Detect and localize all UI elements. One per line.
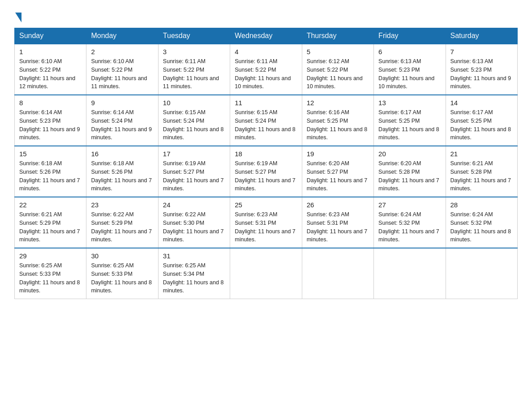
calendar-cell: 7 Sunrise: 6:13 AMSunset: 5:23 PMDayligh… [446,44,517,95]
day-info: Sunrise: 6:19 AMSunset: 5:27 PMDaylight:… [235,159,297,193]
header-wednesday: Wednesday [230,28,302,44]
calendar-cell: 14 Sunrise: 6:17 AMSunset: 5:25 PMDaylig… [446,95,517,146]
day-info: Sunrise: 6:13 AMSunset: 5:23 PMDaylight:… [378,57,441,91]
calendar-cell: 10 Sunrise: 6:15 AMSunset: 5:24 PMDaylig… [158,95,230,146]
day-number: 12 [307,99,369,107]
calendar-cell: 11 Sunrise: 6:15 AMSunset: 5:24 PMDaylig… [230,95,302,146]
day-number: 21 [450,150,513,158]
day-info: Sunrise: 6:11 AMSunset: 5:22 PMDaylight:… [235,57,297,91]
calendar-cell [302,248,373,299]
day-number: 1 [19,48,82,56]
day-info: Sunrise: 6:20 AMSunset: 5:27 PMDaylight:… [307,159,369,193]
calendar-cell: 23 Sunrise: 6:22 AMSunset: 5:29 PMDaylig… [86,197,158,248]
day-number: 30 [91,252,153,260]
day-info: Sunrise: 6:14 AMSunset: 5:24 PMDaylight:… [91,108,153,142]
calendar-cell: 8 Sunrise: 6:14 AMSunset: 5:23 PMDayligh… [15,95,86,146]
day-info: Sunrise: 6:17 AMSunset: 5:25 PMDaylight:… [378,108,441,142]
day-number: 11 [235,99,297,107]
day-number: 29 [19,252,82,260]
day-info: Sunrise: 6:20 AMSunset: 5:28 PMDaylight:… [378,159,441,193]
day-info: Sunrise: 6:25 AMSunset: 5:33 PMDaylight:… [91,261,153,295]
calendar-cell [374,248,446,299]
page-header [14,11,518,21]
calendar-cell: 13 Sunrise: 6:17 AMSunset: 5:25 PMDaylig… [374,95,446,146]
day-info: Sunrise: 6:18 AMSunset: 5:26 PMDaylight:… [19,159,82,193]
day-number: 7 [450,48,513,56]
day-number: 17 [163,150,225,158]
calendar-cell: 3 Sunrise: 6:11 AMSunset: 5:22 PMDayligh… [158,44,230,95]
day-info: Sunrise: 6:18 AMSunset: 5:26 PMDaylight:… [91,159,153,193]
day-number: 19 [307,150,369,158]
day-info: Sunrise: 6:15 AMSunset: 5:24 PMDaylight:… [235,108,297,142]
header-friday: Friday [374,28,446,44]
header-monday: Monday [86,28,158,44]
calendar-week-row: 22 Sunrise: 6:21 AMSunset: 5:29 PMDaylig… [15,197,518,248]
day-info: Sunrise: 6:10 AMSunset: 5:22 PMDaylight:… [91,57,153,91]
day-number: 13 [378,99,441,107]
day-info: Sunrise: 6:24 AMSunset: 5:32 PMDaylight:… [450,210,513,244]
header-thursday: Thursday [302,28,373,44]
day-info: Sunrise: 6:14 AMSunset: 5:23 PMDaylight:… [19,108,82,142]
day-info: Sunrise: 6:22 AMSunset: 5:30 PMDaylight:… [163,210,225,244]
header-saturday: Saturday [446,28,517,44]
calendar-cell: 21 Sunrise: 6:21 AMSunset: 5:28 PMDaylig… [446,146,517,197]
header-sunday: Sunday [15,28,86,44]
calendar-cell: 6 Sunrise: 6:13 AMSunset: 5:23 PMDayligh… [374,44,446,95]
day-info: Sunrise: 6:11 AMSunset: 5:22 PMDaylight:… [163,57,225,91]
calendar-cell: 16 Sunrise: 6:18 AMSunset: 5:26 PMDaylig… [86,146,158,197]
day-info: Sunrise: 6:21 AMSunset: 5:29 PMDaylight:… [19,210,82,244]
calendar-cell: 20 Sunrise: 6:20 AMSunset: 5:28 PMDaylig… [374,146,446,197]
calendar-week-row: 15 Sunrise: 6:18 AMSunset: 5:26 PMDaylig… [15,146,518,197]
day-number: 24 [163,201,225,209]
day-info: Sunrise: 6:19 AMSunset: 5:27 PMDaylight:… [163,159,225,193]
day-number: 15 [19,150,82,158]
day-number: 10 [163,99,225,107]
logo [14,11,21,21]
day-number: 28 [450,201,513,209]
calendar-cell: 4 Sunrise: 6:11 AMSunset: 5:22 PMDayligh… [230,44,302,95]
day-info: Sunrise: 6:25 AMSunset: 5:33 PMDaylight:… [19,261,82,295]
calendar-week-row: 8 Sunrise: 6:14 AMSunset: 5:23 PMDayligh… [15,95,518,146]
day-number: 31 [163,252,225,260]
day-number: 22 [19,201,82,209]
calendar-week-row: 29 Sunrise: 6:25 AMSunset: 5:33 PMDaylig… [15,248,518,299]
calendar-cell [230,248,302,299]
day-number: 23 [91,201,153,209]
day-info: Sunrise: 6:23 AMSunset: 5:31 PMDaylight:… [235,210,297,244]
day-info: Sunrise: 6:25 AMSunset: 5:34 PMDaylight:… [163,261,225,295]
day-number: 16 [91,150,153,158]
day-info: Sunrise: 6:22 AMSunset: 5:29 PMDaylight:… [91,210,153,244]
calendar-cell: 22 Sunrise: 6:21 AMSunset: 5:29 PMDaylig… [15,197,86,248]
calendar-cell: 26 Sunrise: 6:23 AMSunset: 5:31 PMDaylig… [302,197,373,248]
day-number: 25 [235,201,297,209]
day-info: Sunrise: 6:17 AMSunset: 5:25 PMDaylight:… [450,108,513,142]
calendar-cell: 19 Sunrise: 6:20 AMSunset: 5:27 PMDaylig… [302,146,373,197]
day-number: 27 [378,201,441,209]
day-info: Sunrise: 6:24 AMSunset: 5:32 PMDaylight:… [378,210,441,244]
calendar-cell: 18 Sunrise: 6:19 AMSunset: 5:27 PMDaylig… [230,146,302,197]
calendar-cell: 5 Sunrise: 6:12 AMSunset: 5:22 PMDayligh… [302,44,373,95]
calendar-cell: 31 Sunrise: 6:25 AMSunset: 5:34 PMDaylig… [158,248,230,299]
calendar-cell: 29 Sunrise: 6:25 AMSunset: 5:33 PMDaylig… [15,248,86,299]
calendar-table: SundayMondayTuesdayWednesdayThursdayFrid… [14,28,518,299]
header-tuesday: Tuesday [158,28,230,44]
day-number: 18 [235,150,297,158]
day-number: 3 [163,48,225,56]
day-number: 6 [378,48,441,56]
calendar-cell: 28 Sunrise: 6:24 AMSunset: 5:32 PMDaylig… [446,197,517,248]
calendar-header-row: SundayMondayTuesdayWednesdayThursdayFrid… [15,28,518,44]
calendar-cell [446,248,517,299]
calendar-cell: 1 Sunrise: 6:10 AMSunset: 5:22 PMDayligh… [15,44,86,95]
day-info: Sunrise: 6:16 AMSunset: 5:25 PMDaylight:… [307,108,369,142]
day-number: 5 [307,48,369,56]
day-number: 2 [91,48,153,56]
day-info: Sunrise: 6:12 AMSunset: 5:22 PMDaylight:… [307,57,369,91]
calendar-cell: 30 Sunrise: 6:25 AMSunset: 5:33 PMDaylig… [86,248,158,299]
calendar-cell: 25 Sunrise: 6:23 AMSunset: 5:31 PMDaylig… [230,197,302,248]
day-number: 20 [378,150,441,158]
calendar-cell: 27 Sunrise: 6:24 AMSunset: 5:32 PMDaylig… [374,197,446,248]
day-info: Sunrise: 6:10 AMSunset: 5:22 PMDaylight:… [19,57,82,91]
logo-arrow-icon [15,13,21,22]
day-info: Sunrise: 6:21 AMSunset: 5:28 PMDaylight:… [450,159,513,193]
day-number: 9 [91,99,153,107]
